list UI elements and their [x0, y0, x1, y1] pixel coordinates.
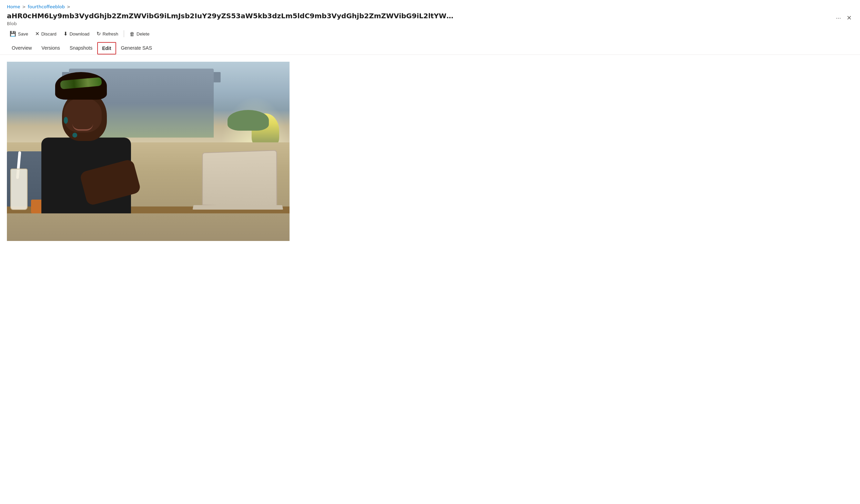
save-button[interactable]: 💾 Save [7, 29, 31, 39]
ellipsis-button[interactable]: ··· [834, 13, 842, 23]
blob-panel: Home > fourthcoffeeblob > aHR0cHM6Ly9mb3… [0, 0, 860, 504]
content-area [0, 55, 860, 504]
save-icon: 💾 [10, 31, 16, 37]
breadcrumb-sep-2: > [67, 4, 70, 9]
hedge [227, 110, 269, 131]
discard-button[interactable]: ✕ Discard [32, 29, 59, 39]
delete-icon: 🗑 [130, 31, 135, 37]
tab-generate-sas[interactable]: Generate SAS [116, 42, 157, 55]
tab-edit[interactable]: Edit [97, 42, 116, 54]
ellipsis-icon: ··· [836, 14, 841, 22]
tabs-bar: Overview Versions Snapshots Edit Generat… [0, 42, 860, 55]
page-title: aHR0cHM6Ly9mb3VydGhjb2ZmZWVibG9iLmJsb2Iu… [7, 11, 455, 20]
tab-snapshots[interactable]: Snapshots [65, 42, 97, 55]
person [28, 82, 159, 213]
refresh-label: Refresh [103, 31, 119, 37]
person-earring [64, 117, 68, 124]
title-actions: ··· ✕ [834, 11, 853, 23]
breadcrumb-sep-1: > [22, 4, 26, 9]
breadcrumb-home[interactable]: Home [7, 4, 20, 9]
page-subtitle: Blob [7, 21, 834, 26]
download-label: Download [70, 31, 90, 37]
tab-versions[interactable]: Versions [37, 42, 65, 55]
download-button[interactable]: ⬇ Download [61, 29, 92, 39]
toolbar: 💾 Save ✕ Discard ⬇ Download ↻ Refresh 🗑 … [0, 26, 860, 42]
breadcrumb-container[interactable]: fourthcoffeeblob [28, 4, 65, 9]
laptop-screen [202, 150, 277, 208]
close-button[interactable]: ✕ [845, 13, 853, 23]
title-row: aHR0cHM6Ly9mb3VydGhjb2ZmZWVibG9iLmJsb2Iu… [0, 11, 860, 26]
blob-image-preview [7, 62, 290, 241]
close-icon: ✕ [847, 14, 852, 22]
discard-icon: ✕ [35, 31, 40, 37]
person-necklace [72, 133, 77, 138]
drink-glass [10, 169, 28, 210]
refresh-button[interactable]: ↻ Refresh [94, 29, 121, 39]
tab-overview[interactable]: Overview [7, 42, 37, 55]
delete-button[interactable]: 🗑 Delete [127, 29, 152, 39]
refresh-icon: ↻ [97, 31, 101, 37]
laptop-base [193, 205, 283, 210]
delete-label: Delete [136, 31, 150, 37]
breadcrumb: Home > fourthcoffeeblob > [0, 0, 860, 11]
save-label: Save [18, 31, 28, 37]
discard-label: Discard [41, 31, 57, 37]
download-icon: ⬇ [63, 31, 68, 37]
toolbar-divider [124, 30, 124, 37]
title-block: aHR0cHM6Ly9mb3VydGhjb2ZmZWVibG9iLmJsb2Iu… [7, 11, 834, 26]
